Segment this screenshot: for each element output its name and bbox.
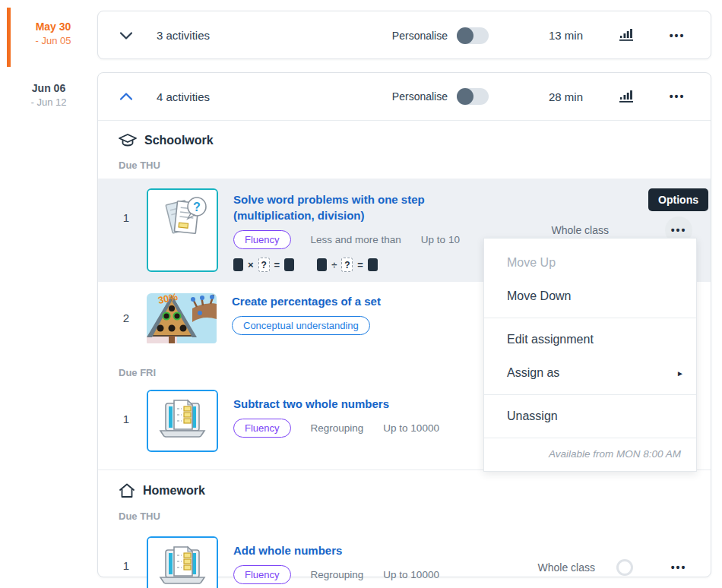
activity-index: 1: [116, 188, 136, 272]
equation-filled-box: [284, 258, 294, 271]
week-card-expanded: 4 activities Personalise 28 min •••: [97, 72, 711, 577]
menu-item-move-down[interactable]: Move Down: [484, 280, 696, 313]
activity-thumbnail[interactable]: [147, 390, 218, 452]
menu-divider: [484, 394, 696, 395]
homework-section-header: Homework: [119, 483, 711, 498]
assigned-to-label: Whole class: [552, 224, 609, 236]
activity-index: 2: [116, 293, 136, 346]
section-title: Schoolwork: [144, 134, 214, 147]
bar-chart-icon[interactable]: [616, 25, 636, 46]
equation-filled-box: [317, 258, 327, 271]
equation-unknown-box: ?: [341, 258, 353, 272]
week-card-header: 4 activities Personalise 28 min •••: [98, 73, 711, 121]
select-activity-radio[interactable]: [616, 559, 633, 576]
chevron-down-icon[interactable]: [119, 28, 134, 43]
activity-topic: Regrouping: [311, 569, 364, 580]
personalise-label: Personalise: [392, 30, 448, 42]
week-selector-may30[interactable]: May 30 - Jun 05: [17, 21, 90, 46]
week-selector-jun06[interactable]: Jun 06 - Jun 12: [12, 82, 85, 108]
multiply-operator: ×: [248, 259, 254, 270]
bar-chart-icon[interactable]: [616, 87, 636, 107]
fluency-badge: Fluency: [233, 419, 291, 438]
activity-range: Up to 10: [421, 234, 460, 245]
home-icon: [119, 483, 135, 498]
options-tooltip: Options: [648, 188, 708, 211]
section-title: Homework: [143, 484, 205, 498]
activity-topic: Less and more than: [311, 234, 401, 245]
week-end-date: - Jun 12: [12, 96, 85, 108]
activity-thumbnail[interactable]: 30%: [147, 293, 217, 346]
week-card-header: 3 activities Personalise 13 min •••: [98, 11, 711, 59]
chevron-up-icon[interactable]: [119, 89, 134, 104]
activity-thumbnail[interactable]: [147, 536, 218, 588]
week-end-date: - Jun 05: [17, 35, 90, 46]
activity-topic: Regrouping: [311, 422, 364, 434]
week-start-date: Jun 06: [12, 82, 85, 94]
activity-index: 1: [116, 390, 136, 452]
active-week-accent-bar: [7, 8, 11, 67]
row-options-button[interactable]: •••: [665, 554, 692, 581]
duration-label: 28 min: [543, 90, 583, 103]
equation-unknown-box: ?: [258, 258, 270, 272]
equals-sign: =: [357, 259, 363, 270]
menu-item-assign-as[interactable]: Assign as ►: [484, 356, 696, 390]
activity-title[interactable]: Add whole numbers: [233, 542, 439, 558]
equation-filled-box: [368, 258, 378, 271]
activity-range: Up to 10000: [383, 422, 439, 434]
equation-filled-box: [233, 258, 243, 271]
activity-thumbnail[interactable]: ?: [147, 188, 218, 272]
activity-title[interactable]: Create percentages of a set: [232, 293, 381, 309]
week-start-date: May 30: [17, 21, 90, 33]
personalise-toggle[interactable]: [457, 27, 489, 44]
toggle-knob: [457, 88, 473, 105]
divide-operator: ÷: [331, 259, 337, 270]
activity-index: 1: [116, 536, 136, 588]
due-label: Due THU: [119, 160, 711, 171]
duration-label: 13 min: [543, 29, 583, 42]
fluency-badge: Fluency: [233, 565, 291, 584]
schoolwork-section-header: Schoolwork: [119, 134, 711, 147]
planner-page: May 30 - Jun 05 Jun 06 - Jun 12 3 activi…: [0, 0, 722, 588]
activity-title[interactable]: Subtract two whole numbers: [233, 396, 439, 412]
assigned-to-label: Whole class: [538, 561, 595, 574]
week-card-collapsed: 3 activities Personalise 13 min •••: [97, 11, 711, 59]
menu-availability-note: Available from MON 8:00 AM: [484, 438, 696, 471]
options-menu-button[interactable]: •••: [663, 22, 691, 49]
activities-count: 3 activities: [157, 29, 210, 42]
activity-range: Up to 10000: [383, 569, 439, 580]
options-menu-button[interactable]: •••: [663, 83, 691, 110]
submenu-arrow-icon: ►: [676, 369, 684, 378]
activity-row-add-whole-numbers: 1 Add whol: [98, 526, 711, 588]
row-options-dropdown: Move Up Move Down Edit assignment Assign…: [483, 238, 697, 472]
toggle-knob: [457, 27, 473, 44]
assign-as-label: Assign as: [507, 366, 559, 380]
personalise-toggle[interactable]: [457, 88, 489, 105]
menu-divider: [484, 318, 696, 318]
menu-item-unassign[interactable]: Unassign: [484, 400, 696, 433]
fluency-badge: Fluency: [233, 230, 291, 249]
activity-title[interactable]: Solve word problems with one step (multi…: [233, 191, 501, 223]
menu-item-move-up[interactable]: Move Up: [484, 246, 696, 280]
menu-item-edit-assignment[interactable]: Edit assignment: [484, 323, 696, 356]
equation-preview: × ? = ÷ ? =: [233, 258, 501, 272]
personalise-label: Personalise: [392, 90, 448, 103]
due-label: Due THU: [119, 511, 711, 522]
equals-sign: =: [274, 259, 280, 270]
activities-count: 4 activities: [157, 90, 210, 103]
svg-text:?: ?: [193, 201, 201, 213]
graduation-cap-icon: [119, 134, 137, 147]
conceptual-understanding-badge: Conceptual understanding: [232, 316, 370, 335]
